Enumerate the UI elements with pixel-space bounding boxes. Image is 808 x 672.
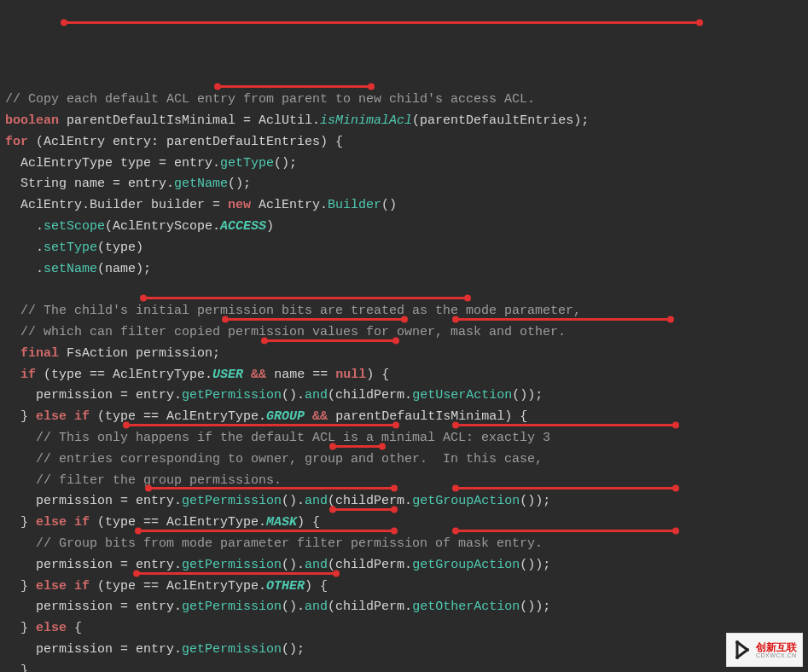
keyword-null: null	[335, 368, 366, 382]
annotation-underline	[137, 572, 336, 575]
annotation-dot	[452, 528, 459, 535]
fn-getPermission: getPermission	[182, 642, 282, 657]
keyword-final: final	[20, 346, 59, 361]
code: }	[5, 621, 36, 635]
type-Builder: Builder	[328, 198, 381, 212]
comment: // The child's initial permission bits a…	[5, 304, 581, 318]
code: AclEntryType type = entry.	[5, 156, 220, 171]
annotation-dot	[452, 316, 459, 323]
fn-and: and	[305, 558, 328, 572]
code: ();	[228, 177, 251, 191]
annotation-dot	[452, 422, 459, 429]
svg-point-0	[735, 640, 739, 644]
code: }	[5, 579, 36, 594]
annotation-underline	[264, 339, 396, 342]
code	[5, 368, 20, 382]
code: (childPerm.	[328, 388, 412, 403]
keyword-boolean: boolean	[5, 113, 59, 128]
annotation-dot	[391, 507, 398, 513]
code: String name = entry.	[5, 177, 174, 191]
annotation-dot	[261, 338, 268, 345]
annotation-underline	[456, 318, 671, 321]
enum-OTHER: OTHER	[266, 579, 305, 594]
keyword-elseif: else if	[36, 409, 90, 424]
enum-ACCESS: ACCESS	[220, 219, 266, 234]
keyword-elseif: else if	[36, 579, 90, 594]
code: ) {	[366, 368, 389, 382]
fn-and: and	[305, 388, 328, 403]
code-block: // Copy each default ACL entry from pare…	[5, 90, 803, 672]
code	[5, 346, 20, 361]
code: (type == AclEntryType.	[90, 579, 266, 594]
code: ()	[381, 198, 397, 212]
enum-GROUP: GROUP	[266, 409, 305, 424]
annotation-underline	[126, 424, 396, 426]
fn-getPermission: getPermission	[182, 494, 282, 508]
fn-setScope: setScope	[44, 219, 105, 234]
code: (parentDefaultEntries);	[412, 113, 589, 128]
fn-setName: setName	[44, 262, 97, 276]
annotation-dot	[222, 316, 229, 323]
comment: // filter the group permissions.	[5, 473, 282, 488]
code: }	[5, 515, 36, 530]
fn-getPermission: getPermission	[182, 600, 282, 614]
annotation-dot	[214, 84, 221, 90]
logo-text-en: CDXWCX.CN	[756, 652, 797, 658]
code: permission = entry.	[5, 388, 182, 403]
code: )	[266, 219, 274, 234]
annotation-dot	[391, 528, 398, 535]
annotation-dot	[145, 485, 152, 492]
code: (type == AclEntryType.	[90, 515, 266, 530]
annotation-dot	[667, 316, 674, 323]
code: (childPerm.	[328, 600, 412, 614]
code: (AclEntryScope.	[105, 219, 220, 234]
fn-getGroupAction: getGroupAction	[412, 494, 520, 508]
fn-setType: setType	[44, 240, 97, 255]
annotation-dot	[672, 422, 679, 429]
comment: // Copy each default ACL entry from pare…	[5, 92, 535, 107]
code: .	[5, 240, 44, 255]
code: (type == AclEntryType.	[90, 409, 266, 424]
code: ();	[274, 156, 297, 171]
annotation-dot	[135, 528, 142, 535]
watermark-logo: 创新互联 CDXWCX.CN	[726, 633, 803, 667]
code: ();	[282, 642, 305, 657]
fn-getPermission: getPermission	[182, 388, 282, 403]
annotation-dot	[329, 443, 336, 450]
fn-and: and	[305, 494, 328, 508]
annotation-dot	[368, 84, 375, 90]
code: AclEntry.	[251, 198, 328, 212]
annotation-dot	[61, 20, 67, 26]
enum-MASK: MASK	[266, 515, 297, 530]
code: permission = entry.	[5, 558, 182, 572]
fn-and: and	[305, 600, 328, 614]
annotation-dot	[392, 422, 399, 429]
annotation-underline	[218, 85, 371, 88]
logo-text-cn: 创新互联	[756, 642, 797, 652]
annotation-dot	[392, 338, 399, 345]
annotation-underline	[456, 424, 676, 426]
annotation-underline	[225, 318, 404, 321]
code: (childPerm.	[328, 558, 412, 572]
fn-getPermission: getPermission	[182, 558, 282, 572]
fn-getGroupAction: getGroupAction	[412, 558, 520, 572]
code: (type)	[97, 240, 143, 255]
comment: // This only happens if the default ACL …	[5, 431, 550, 445]
keyword-else: else	[36, 621, 67, 635]
keyword-elseif: else if	[36, 515, 90, 530]
code: FsAction permission;	[59, 346, 220, 361]
code	[243, 368, 251, 382]
svg-point-2	[735, 656, 739, 659]
code: ().	[282, 600, 305, 614]
keyword-if: if	[20, 368, 36, 382]
op-and: &&	[312, 409, 328, 424]
code: .	[5, 219, 44, 234]
code: permission = entry.	[5, 494, 182, 508]
code: (childPerm.	[328, 494, 412, 508]
annotation-dot	[329, 507, 336, 513]
op-and: &&	[251, 368, 266, 382]
fn-getOtherAction: getOtherAction	[412, 600, 520, 614]
annotation-dot	[123, 422, 130, 429]
annotation-dot	[391, 485, 398, 492]
code: parentDefaultIsMinimal = AclUtil.	[59, 113, 320, 128]
